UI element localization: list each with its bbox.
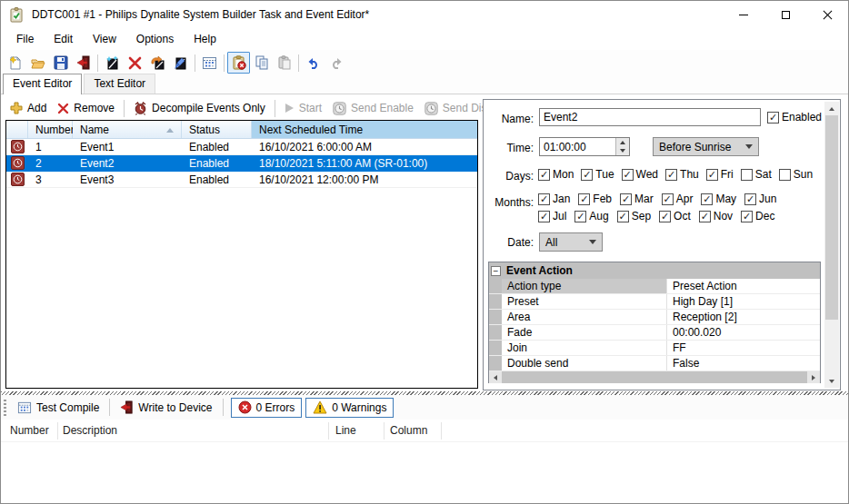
replace-task-button[interactable] (146, 52, 169, 74)
decompile-events-button[interactable]: Decompile Events Only (128, 100, 271, 117)
column-header-description[interactable]: Description (63, 424, 117, 437)
column-header-column[interactable]: Column (390, 424, 427, 437)
test-compile-button[interactable]: Test Compile (11, 398, 105, 418)
column-header-next-scheduled-time[interactable]: Next Scheduled Time (252, 121, 477, 138)
menu-view[interactable]: View (83, 30, 126, 48)
tab-event-editor[interactable]: Event Editor (3, 74, 82, 94)
day-thu[interactable]: ✓Thu (665, 168, 699, 181)
property-value[interactable]: Reception [2] (667, 310, 820, 324)
month-sep[interactable]: ✓Sep (617, 210, 651, 222)
time-value[interactable]: 01:00:00 (540, 138, 615, 155)
day-tue[interactable]: ✓Tue (581, 168, 614, 181)
month-aug[interactable]: ✓Aug (574, 210, 608, 222)
collapse-icon[interactable]: − (491, 266, 501, 276)
errors-toggle-button[interactable]: 0 Errors (231, 398, 303, 418)
redo-button[interactable] (325, 52, 347, 74)
compile-button[interactable] (198, 52, 221, 74)
column-header-name[interactable]: Name (73, 121, 182, 138)
column-header-number[interactable]: Number (10, 424, 49, 437)
month-dec[interactable]: ✓Dec (741, 210, 774, 222)
menu-options[interactable]: Options (126, 30, 184, 48)
scrollbar-thumb[interactable] (502, 371, 807, 383)
time-reference-dropdown[interactable]: Before Sunrise (653, 137, 759, 156)
clock-icon (333, 102, 346, 115)
column-header-number[interactable]: Number (28, 121, 73, 138)
add-task-button[interactable] (101, 52, 124, 74)
menu-edit[interactable]: Edit (44, 30, 83, 48)
scrollbar-thumb[interactable] (825, 115, 838, 320)
property-value[interactable]: FF (667, 341, 820, 355)
month-jan[interactable]: ✓Jan (538, 193, 570, 205)
scroll-left-button[interactable] (489, 371, 502, 383)
write-to-device-button[interactable]: Write to Device (114, 398, 218, 417)
scroll-right-button[interactable] (807, 371, 820, 383)
event-row[interactable]: 3 Event3 Enabled 16/10/2021 12:00:00 PM (6, 172, 477, 188)
property-value[interactable]: High Day [1] (667, 294, 820, 309)
day-sun[interactable]: Sun (779, 168, 813, 181)
property-value[interactable]: False (667, 356, 820, 371)
date-dropdown[interactable]: All (539, 232, 603, 252)
spin-down-button[interactable] (616, 147, 629, 156)
day-mon[interactable]: ✓Mon (538, 168, 574, 181)
enabled-checkbox-item[interactable]: ✓ Enabled (767, 111, 822, 124)
enabled-checkbox[interactable]: ✓ (767, 112, 779, 124)
category-row[interactable]: − Event Action (489, 262, 820, 279)
arrow-left-icon (494, 375, 497, 380)
month-jun[interactable]: ✓Jun (744, 193, 776, 205)
start-button[interactable]: Start (279, 100, 327, 116)
property-row[interactable]: Preset High Day [1] (489, 294, 820, 310)
new-document-icon (7, 55, 23, 71)
paste-button[interactable] (273, 52, 295, 74)
spin-up-button[interactable] (616, 138, 629, 147)
tab-text-editor[interactable]: Text Editor (84, 74, 155, 94)
save-button[interactable] (49, 52, 72, 74)
time-spinner[interactable]: 01:00:00 (539, 137, 630, 156)
send-enable-button[interactable]: Send Enable (327, 100, 419, 117)
maximize-button[interactable] (764, 1, 806, 28)
property-row[interactable]: Action type Preset Action (489, 279, 820, 294)
edit-task-button[interactable] (169, 52, 192, 74)
day-wed[interactable]: ✓Wed (622, 168, 658, 181)
month-apr[interactable]: ✓Apr (662, 193, 694, 205)
event-row[interactable]: 1 Event1 Enabled 16/10/2021 6:00:00 AM (6, 139, 477, 155)
show-errors-toggle[interactable] (227, 52, 250, 74)
month-mar[interactable]: ✓Mar (620, 193, 654, 205)
menu-file[interactable]: File (6, 30, 44, 48)
property-value[interactable]: 00:00.020 (667, 325, 820, 340)
paste-icon (277, 55, 292, 70)
column-header-icon[interactable] (6, 121, 28, 138)
vertical-scrollbar[interactable] (824, 102, 839, 388)
delete-button[interactable] (124, 52, 146, 74)
toolbar-grip[interactable] (4, 400, 6, 416)
scroll-down-button[interactable] (824, 374, 839, 388)
horizontal-scrollbar[interactable] (489, 371, 820, 383)
minimize-button[interactable] (723, 1, 764, 28)
month-jul[interactable]: ✓Jul (538, 210, 566, 222)
property-row[interactable]: Area Reception [2] (489, 310, 820, 325)
name-input[interactable] (539, 108, 761, 126)
property-row[interactable]: Join FF (489, 341, 820, 356)
month-may[interactable]: ✓May (701, 193, 736, 205)
column-header-line[interactable]: Line (335, 424, 356, 437)
scroll-up-button[interactable] (824, 102, 839, 115)
event-row-selected[interactable]: 2 Event2 Enabled 18/10/2021 5:11:00 AM (… (6, 155, 477, 172)
column-header-status[interactable]: Status (182, 121, 252, 138)
month-oct[interactable]: ✓Oct (659, 210, 691, 222)
new-button[interactable] (4, 52, 26, 74)
day-sat[interactable]: Sat (741, 168, 772, 181)
undo-button[interactable] (302, 52, 325, 74)
write-to-device-button[interactable] (72, 52, 95, 74)
remove-event-button[interactable]: Remove (52, 100, 120, 116)
day-fri[interactable]: ✓Fri (706, 168, 734, 181)
month-feb[interactable]: ✓Feb (578, 193, 612, 205)
open-button[interactable] (26, 52, 49, 74)
month-nov[interactable]: ✓Nov (699, 210, 733, 222)
copy-button[interactable] (250, 52, 273, 74)
property-row[interactable]: Double send False (489, 356, 820, 371)
property-value[interactable]: Preset Action (667, 279, 820, 293)
property-row[interactable]: Fade 00:00.020 (489, 325, 820, 341)
close-button[interactable] (806, 1, 848, 28)
warnings-toggle-button[interactable]: 0 Warnings (305, 398, 394, 418)
add-event-button[interactable]: Add (5, 100, 52, 116)
menu-help[interactable]: Help (184, 30, 226, 48)
